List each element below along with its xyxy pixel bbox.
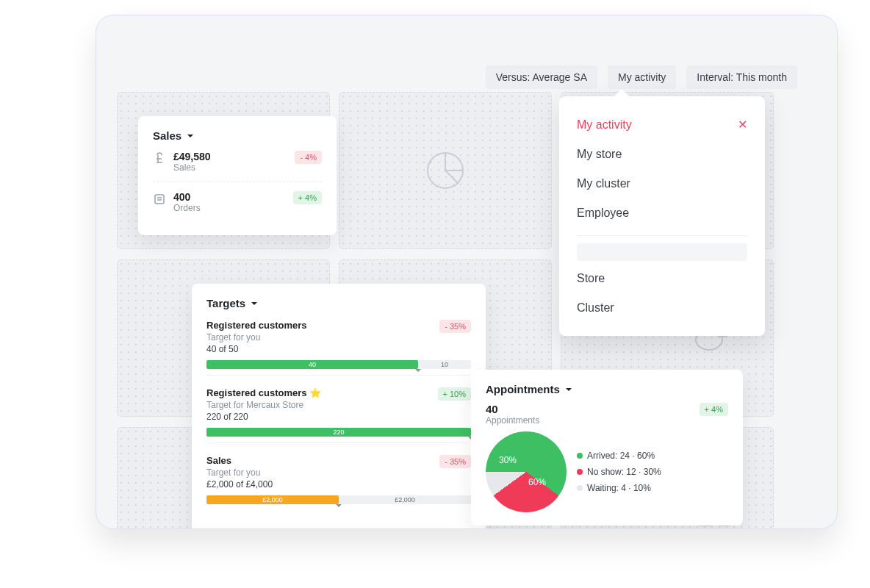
filter-bar: Versus: Average SA My activity Interval:… bbox=[486, 65, 797, 89]
target-title: Sales bbox=[206, 455, 273, 466]
target-progress-bar: 220 bbox=[206, 428, 471, 437]
placeholder-tile-pie bbox=[339, 92, 552, 249]
orders-delta-badge: + 4% bbox=[293, 191, 322, 204]
targets-card: Targets Registered customersTarget for y… bbox=[192, 284, 486, 529]
legend-label: Arrived: 24 · 60% bbox=[587, 451, 655, 461]
dropdown-item[interactable]: My cluster bbox=[559, 169, 765, 198]
target-title: Registered customers ⭐ bbox=[206, 387, 321, 398]
target-subtitle: Target for you bbox=[206, 467, 273, 478]
target-item: SalesTarget for you£2,000 of £4,000- 35%… bbox=[206, 442, 471, 510]
appointments-delta-badge: + 4% bbox=[700, 403, 728, 416]
appointments-count: 40 bbox=[486, 403, 539, 415]
orders-metric: 400 Orders + 4% bbox=[153, 182, 322, 222]
target-title: Registered customers bbox=[206, 320, 307, 331]
target-subtitle: Target for you bbox=[206, 332, 307, 343]
legend-row: Arrived: 24 · 60% bbox=[577, 451, 661, 461]
dropdown-item[interactable]: Cluster bbox=[559, 293, 765, 323]
dropdown-item[interactable]: My store bbox=[559, 140, 765, 169]
target-item: Registered customersTarget for you40 of … bbox=[206, 309, 471, 375]
dropdown-item[interactable]: Employee bbox=[559, 198, 765, 228]
pie-slice-label: 30% bbox=[499, 455, 517, 465]
target-delta-badge: + 10% bbox=[438, 387, 472, 401]
legend-label: No show: 12 · 30% bbox=[587, 467, 661, 477]
target-progress-text: £2,000 of £4,000 bbox=[206, 479, 273, 490]
target-item: Registered customers ⭐Target for Mercaux… bbox=[206, 375, 471, 442]
pie-legend: Arrived: 24 · 60%No show: 12 · 30%Waitin… bbox=[577, 451, 661, 493]
target-delta-badge: - 35% bbox=[439, 455, 471, 468]
target-subtitle: Target for Mercaux Store bbox=[206, 400, 321, 410]
sales-card-title[interactable]: Sales bbox=[153, 129, 322, 142]
sales-card: Sales £49,580 Sales - 4% 400 Orders + 4% bbox=[138, 116, 337, 235]
sales-value-label: Sales bbox=[173, 162, 287, 173]
legend-dot bbox=[577, 453, 583, 459]
sales-metric: £49,580 Sales - 4% bbox=[153, 142, 322, 182]
pound-icon bbox=[153, 152, 166, 165]
targets-card-title[interactable]: Targets bbox=[206, 297, 471, 309]
divider bbox=[577, 235, 747, 236]
target-progress-bar: £2,000£2,000 bbox=[206, 495, 471, 504]
target-delta-badge: - 35% bbox=[439, 320, 471, 333]
dropdown-item[interactable]: My activity✕ bbox=[559, 110, 765, 140]
close-icon[interactable]: ✕ bbox=[738, 118, 747, 132]
legend-row: Waiting: 4 · 10% bbox=[577, 483, 661, 493]
legend-label: Waiting: 4 · 10% bbox=[587, 483, 651, 493]
svg-rect-9 bbox=[155, 195, 164, 204]
target-progress-bar: 4010 bbox=[206, 360, 471, 369]
versus-filter[interactable]: Versus: Average SA bbox=[486, 65, 597, 89]
appointments-card-title[interactable]: Appointments bbox=[486, 383, 728, 395]
dropdown-item[interactable]: Store bbox=[559, 264, 765, 293]
legend-dot bbox=[577, 469, 583, 475]
pie-slice-label: 60% bbox=[528, 477, 546, 487]
orders-value: 400 bbox=[173, 191, 286, 203]
dashboard-window: Versus: Average SA My activity Interval:… bbox=[96, 15, 838, 529]
legend-row: No show: 12 · 30% bbox=[577, 467, 661, 477]
target-progress-text: 40 of 50 bbox=[206, 344, 307, 354]
activity-filter[interactable]: My activity bbox=[608, 65, 676, 89]
pie-chart-icon bbox=[423, 148, 467, 193]
sales-delta-badge: - 4% bbox=[295, 151, 322, 164]
orders-value-label: Orders bbox=[173, 203, 286, 213]
dropdown-search[interactable] bbox=[577, 243, 747, 261]
appointments-card: Appointments 40 Appointments + 4% 60%30%… bbox=[471, 370, 743, 526]
interval-filter[interactable]: Interval: This month bbox=[686, 65, 797, 89]
orders-icon bbox=[153, 193, 166, 206]
appointments-pie-chart: 60%30% bbox=[486, 431, 567, 512]
sales-value: £49,580 bbox=[173, 151, 287, 162]
target-progress-text: 220 of 220 bbox=[206, 412, 321, 422]
legend-dot bbox=[577, 485, 583, 491]
activity-dropdown: My activity✕My storeMy clusterEmployee S… bbox=[559, 96, 765, 336]
appointments-count-label: Appointments bbox=[486, 415, 539, 426]
